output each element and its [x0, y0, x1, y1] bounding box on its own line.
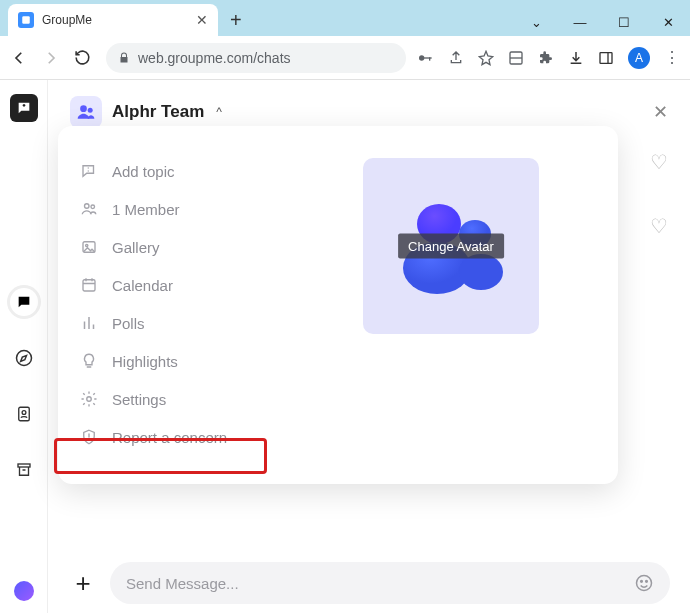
window-titlebar: GroupMe ✕ + ⌄ — ☐ ✕: [0, 0, 690, 36]
menu-highlights[interactable]: Highlights: [68, 344, 290, 378]
svg-rect-3: [429, 57, 430, 60]
chats-nav-icon[interactable]: [10, 288, 38, 316]
menu-add-topic[interactable]: Add topic: [68, 154, 290, 188]
contacts-nav-icon[interactable]: [10, 400, 38, 428]
star-icon[interactable]: [478, 50, 494, 66]
window-close-icon[interactable]: ✕: [646, 8, 690, 36]
tab-strip: GroupMe ✕ +: [0, 0, 254, 36]
svg-point-10: [80, 105, 87, 112]
svg-point-15: [86, 244, 88, 246]
menu-report[interactable]: Report a concern: [68, 420, 290, 454]
menu-item-label: Gallery: [112, 239, 160, 256]
svg-point-6: [16, 351, 31, 366]
app-body: Alphr Team ^ ✕ ♡ ♡ Add topic 1 Member: [0, 80, 690, 613]
tab-title: GroupMe: [42, 13, 188, 27]
forward-icon: [42, 49, 64, 67]
message-input[interactable]: Send Message...: [110, 562, 670, 604]
shield-icon: [80, 428, 100, 446]
groupme-logo-icon[interactable]: [10, 94, 38, 122]
window-minimize-icon[interactable]: —: [558, 8, 602, 36]
extensions-icon[interactable]: [538, 50, 554, 66]
heart-icon[interactable]: ♡: [650, 150, 668, 174]
window-maximize-icon[interactable]: ☐: [602, 8, 646, 36]
svg-rect-0: [22, 16, 30, 24]
svg-point-1: [419, 55, 424, 60]
window-controls: ⌄ — ☐ ✕: [514, 8, 690, 36]
group-menu-list: Add topic 1 Member Gallery Calendar Poll…: [66, 154, 292, 454]
gear-icon: [80, 390, 100, 408]
address-bar: web.groupme.com/chats A ⋮: [0, 36, 690, 80]
gallery-icon: [80, 238, 100, 256]
user-avatar[interactable]: [14, 581, 34, 601]
topic-icon: [80, 162, 100, 180]
svg-point-12: [85, 204, 90, 209]
members-icon: [80, 200, 100, 218]
menu-item-label: Report a concern: [112, 429, 227, 446]
svg-rect-2: [424, 57, 432, 58]
reload-icon[interactable]: [74, 49, 96, 66]
svg-point-8: [22, 411, 26, 415]
profile-avatar[interactable]: A: [628, 47, 650, 69]
discover-nav-icon[interactable]: [10, 344, 38, 372]
menu-settings[interactable]: Settings: [68, 382, 290, 416]
menu-calendar[interactable]: Calendar: [68, 268, 290, 302]
heart-icon[interactable]: ♡: [650, 214, 668, 238]
new-tab-button[interactable]: +: [218, 4, 254, 36]
menu-members[interactable]: 1 Member: [68, 192, 290, 226]
group-avatar-preview[interactable]: Change Avatar: [363, 158, 539, 334]
svg-rect-16: [83, 280, 95, 291]
menu-item-label: 1 Member: [112, 201, 180, 218]
download-icon[interactable]: [568, 50, 584, 66]
highlights-icon: [80, 352, 100, 370]
svg-point-24: [646, 581, 648, 583]
attach-plus-icon[interactable]: +: [68, 568, 98, 599]
change-avatar-label[interactable]: Change Avatar: [398, 234, 504, 259]
svg-rect-9: [18, 464, 30, 467]
close-icon[interactable]: ✕: [653, 101, 668, 123]
browser-tab[interactable]: GroupMe ✕: [8, 4, 218, 36]
url-field[interactable]: web.groupme.com/chats: [106, 43, 406, 73]
kebab-menu-icon[interactable]: ⋮: [664, 48, 680, 67]
svg-point-11: [88, 108, 93, 113]
menu-item-label: Polls: [112, 315, 145, 332]
menu-item-label: Highlights: [112, 353, 178, 370]
svg-rect-5: [600, 52, 612, 63]
main-area: Alphr Team ^ ✕ ♡ ♡ Add topic 1 Member: [48, 80, 690, 613]
polls-icon: [80, 314, 100, 332]
menu-polls[interactable]: Polls: [68, 306, 290, 340]
menu-item-label: Settings: [112, 391, 166, 408]
back-icon[interactable]: [10, 49, 32, 67]
svg-point-17: [87, 397, 92, 402]
group-menu-panel: Add topic 1 Member Gallery Calendar Poll…: [58, 126, 618, 484]
svg-point-23: [641, 581, 643, 583]
svg-point-22: [637, 576, 652, 591]
translate-icon[interactable]: [508, 50, 524, 66]
svg-point-21: [459, 254, 503, 290]
lock-icon: [118, 52, 130, 64]
share-icon[interactable]: [448, 50, 464, 66]
emoji-icon[interactable]: [634, 573, 654, 593]
window-dropdown-icon[interactable]: ⌄: [514, 8, 558, 36]
menu-item-label: Add topic: [112, 163, 175, 180]
archive-nav-icon[interactable]: [10, 456, 38, 484]
svg-point-13: [91, 205, 95, 209]
reactions-column: ♡ ♡: [650, 150, 668, 238]
message-composer: + Send Message...: [48, 553, 690, 613]
left-rail: [0, 80, 48, 613]
tab-close-icon[interactable]: ✕: [196, 13, 208, 27]
key-icon[interactable]: [416, 50, 434, 66]
address-actions: A ⋮: [416, 47, 680, 69]
panel-icon[interactable]: [598, 50, 614, 66]
chat-title: Alphr Team: [112, 102, 204, 122]
groupme-favicon: [18, 12, 34, 28]
menu-item-label: Calendar: [112, 277, 173, 294]
message-placeholder: Send Message...: [126, 575, 239, 592]
avatar-preview-area: Change Avatar: [292, 154, 610, 454]
url-text: web.groupme.com/chats: [138, 50, 291, 66]
chevron-up-icon[interactable]: ^: [214, 105, 222, 119]
group-avatar-icon: [70, 96, 102, 128]
calendar-icon: [80, 276, 100, 294]
menu-gallery[interactable]: Gallery: [68, 230, 290, 264]
